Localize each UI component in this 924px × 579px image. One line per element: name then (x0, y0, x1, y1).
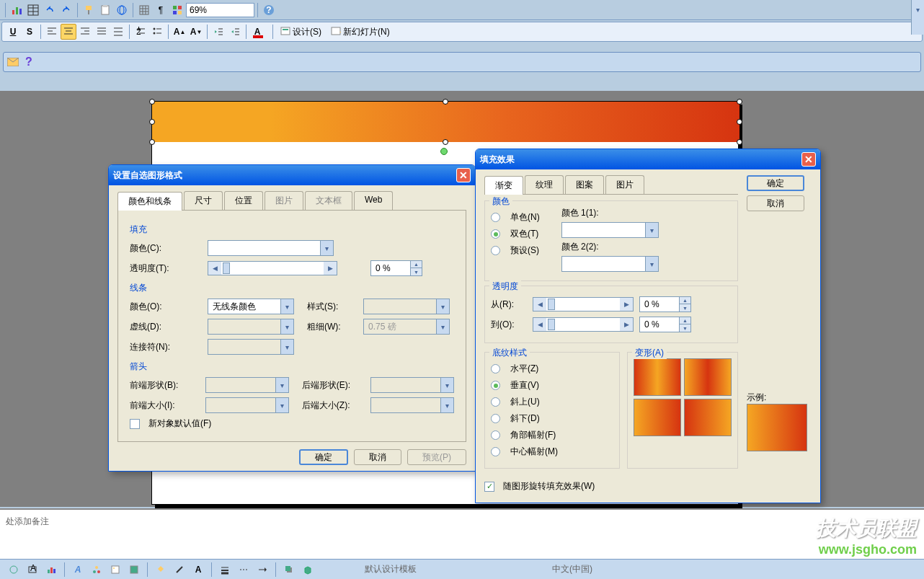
transparency-slider[interactable]: ◀▶ (208, 261, 337, 275)
color1-dropdown[interactable] (561, 222, 659, 238)
radio-from-corner[interactable] (491, 430, 500, 440)
clipboard-icon[interactable] (97, 2, 113, 18)
tab-pattern[interactable]: 图案 (565, 175, 604, 194)
resize-handle-sw[interactable] (149, 139, 155, 145)
from-spinner[interactable]: 0 %▲▼ (639, 296, 691, 312)
notes-pane[interactable]: 处添加备注 (0, 508, 924, 559)
begin-style-dropdown[interactable] (205, 377, 289, 393)
textbox-icon[interactable]: A (25, 562, 40, 578)
diagram-icon[interactable] (89, 562, 105, 578)
rotate-handle[interactable] (440, 148, 448, 155)
underline-icon[interactable]: U (5, 24, 21, 40)
cancel-button[interactable]: 取消 (747, 195, 804, 211)
radio-diag-down[interactable] (491, 414, 500, 423)
resize-handle-n[interactable] (443, 99, 448, 105)
increase-indent-icon[interactable] (227, 24, 243, 40)
variant-3[interactable] (634, 399, 681, 436)
dash-dropdown[interactable] (208, 319, 294, 335)
resize-handle-nw[interactable] (149, 99, 155, 105)
transparency-spinner[interactable]: 0 %▲▼ (370, 260, 422, 276)
redo-icon[interactable] (58, 2, 74, 18)
help-question-icon[interactable]: ? (21, 54, 37, 70)
default-checkbox[interactable] (130, 419, 140, 429)
tab-colors-lines[interactable]: 颜色和线条 (117, 192, 182, 211)
begin-size-dropdown[interactable] (205, 397, 289, 413)
tab-position[interactable]: 位置 (224, 191, 263, 210)
color-scheme-icon[interactable] (169, 2, 185, 18)
dash-style-icon[interactable] (236, 562, 252, 578)
show-formatting-icon[interactable]: ¶ (153, 2, 169, 18)
hyperlink-icon[interactable] (114, 2, 130, 18)
align-right-icon[interactable] (77, 24, 93, 40)
to-spinner[interactable]: 0 %▲▼ (639, 317, 691, 332)
color2-dropdown[interactable] (561, 256, 659, 272)
zoom-dropdown[interactable]: 69% (186, 3, 254, 17)
close-icon[interactable]: ✕ (456, 168, 471, 182)
align-justify-icon[interactable] (94, 24, 110, 40)
radio-two-color[interactable] (491, 229, 500, 239)
end-style-dropdown[interactable] (370, 377, 454, 393)
selected-shape[interactable] (152, 102, 739, 142)
resize-handle-se[interactable] (737, 139, 742, 145)
line-style-dropdown[interactable] (363, 299, 450, 314)
to-slider[interactable]: ◀▶ (533, 317, 634, 332)
from-slider[interactable]: ◀▶ (533, 297, 634, 311)
cancel-button[interactable]: 取消 (354, 449, 401, 465)
radio-from-center[interactable] (491, 447, 500, 456)
help-icon[interactable]: ? (261, 2, 277, 18)
radio-horizontal[interactable] (491, 364, 500, 374)
shadow-icon[interactable]: S (22, 24, 37, 40)
tab-picture[interactable]: 图片 (605, 175, 644, 194)
autoshapes-icon[interactable] (6, 562, 22, 578)
font-color-icon[interactable]: A (190, 562, 206, 578)
format-painter-icon[interactable] (81, 2, 97, 18)
weight-dropdown[interactable]: 0.75 磅 (363, 319, 450, 335)
tab-picture[interactable]: 图片 (265, 191, 303, 210)
3d-style-icon[interactable] (300, 562, 316, 578)
picture-icon[interactable] (126, 562, 142, 578)
insert-chart-icon[interactable] (43, 562, 59, 578)
new-slide-button[interactable]: ✦新幻灯片(N) (326, 25, 394, 39)
mail-icon[interactable] (5, 54, 21, 70)
radio-diag-up[interactable] (491, 397, 500, 407)
grid-icon[interactable] (136, 2, 152, 18)
dialog2-titlebar[interactable]: 填充效果 ✕ (476, 149, 820, 169)
preview-button[interactable]: 预览(P) (407, 449, 466, 465)
fill-color-icon[interactable] (153, 562, 169, 578)
tab-web[interactable]: Web (354, 191, 393, 210)
fill-color-dropdown[interactable] (208, 240, 334, 256)
chart-icon[interactable] (9, 2, 25, 18)
tab-gradient[interactable]: 渐变 (484, 176, 523, 195)
variant-2[interactable] (684, 358, 732, 396)
dialog-titlebar[interactable]: 设置自选图形格式 ✕ (109, 165, 475, 185)
increase-font-icon[interactable]: A▲ (172, 24, 187, 40)
align-center-icon[interactable] (61, 24, 76, 40)
radio-preset[interactable] (491, 246, 500, 255)
decrease-indent-icon[interactable] (210, 24, 226, 40)
resize-handle-ne[interactable] (737, 99, 742, 105)
undo-icon[interactable] (42, 2, 58, 18)
resize-handle-s[interactable] (443, 139, 448, 145)
distribute-icon[interactable] (110, 24, 126, 40)
radio-one-color[interactable] (491, 213, 500, 222)
clipart-icon[interactable] (107, 562, 123, 578)
bullet-list-icon[interactable] (149, 24, 165, 40)
ok-button[interactable]: 确定 (299, 449, 348, 465)
connector-dropdown[interactable] (208, 339, 294, 355)
variant-1[interactable] (634, 358, 681, 396)
wordart-icon[interactable]: A (70, 562, 86, 578)
table-icon[interactable] (25, 2, 41, 18)
line-color-dropdown[interactable]: 无线条颜色 (208, 299, 294, 314)
resize-handle-e[interactable] (737, 119, 742, 125)
numbered-list-icon[interactable]: 12 (133, 24, 148, 40)
close-icon[interactable]: ✕ (801, 152, 816, 167)
shadow-style-icon[interactable] (281, 562, 297, 578)
rotate-checkbox[interactable] (484, 482, 494, 492)
decrease-font-icon[interactable]: A▼ (188, 24, 204, 40)
radio-vertical[interactable] (491, 381, 500, 390)
align-left-icon[interactable] (44, 24, 60, 40)
end-size-dropdown[interactable] (370, 397, 454, 413)
line-style-icon[interactable] (217, 562, 233, 578)
tab-size[interactable]: 尺寸 (184, 191, 223, 210)
tab-textbox[interactable]: 文本框 (305, 191, 352, 210)
